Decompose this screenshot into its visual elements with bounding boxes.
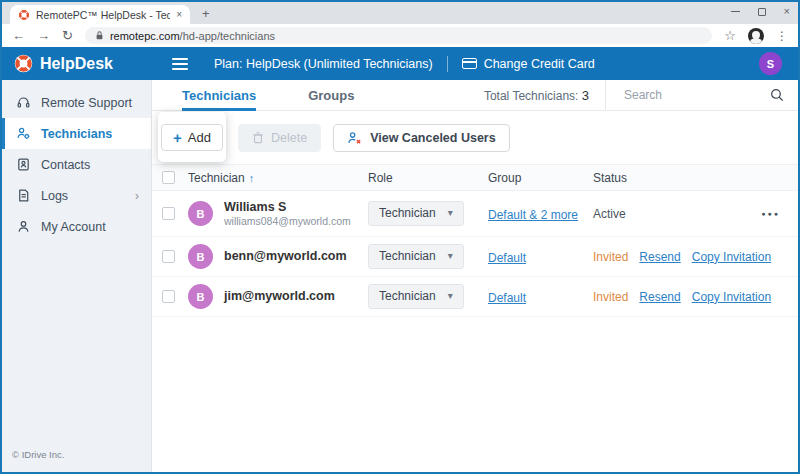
sidebar-item-label: Logs (41, 189, 68, 203)
canceled-user-icon (347, 131, 362, 145)
column-header-role: Role (368, 171, 488, 185)
column-header-group: Group (488, 171, 593, 185)
sidebar: Remote Support Technicians (2, 80, 152, 472)
document-icon (16, 188, 31, 203)
change-credit-card-button[interactable]: Change Credit Card (462, 57, 595, 71)
copyright-text: © IDrive Inc. (2, 439, 151, 472)
column-header-technician[interactable]: Technician↑ (188, 171, 368, 185)
window-controls: × (731, 6, 790, 17)
group-link[interactable]: Default (488, 251, 526, 265)
sidebar-item-my-account[interactable]: My Account (2, 211, 151, 242)
forward-icon[interactable]: → (37, 29, 50, 42)
technician-name: Williams S (224, 200, 351, 216)
sidebar-item-contacts[interactable]: Contacts (2, 149, 151, 180)
table-row: B benn@myworld.com Technician ▾ Default … (152, 237, 798, 277)
status-badge: Invited (593, 290, 628, 304)
tab-close-icon[interactable]: × (176, 10, 182, 20)
browser-window: RemotePC™ HelpDesk - Technicia × + × ← →… (0, 0, 800, 474)
total-technicians: Total Technicians: 3 (484, 88, 605, 103)
browser-profile-avatar[interactable] (748, 28, 764, 44)
delete-button[interactable]: Delete (238, 124, 321, 152)
table-row: B jim@myworld.com Technician ▾ Default I… (152, 277, 798, 317)
row-checkbox[interactable] (162, 290, 175, 303)
tab-technicians[interactable]: Technicians (182, 80, 256, 110)
copy-invitation-link[interactable]: Copy Invitation (692, 250, 771, 264)
table-header-row: Technician↑ Role Group Status (152, 164, 798, 191)
hamburger-menu-icon[interactable] (172, 58, 188, 70)
search-icon[interactable] (770, 88, 784, 102)
sidebar-item-logs[interactable]: Logs › (2, 180, 151, 211)
bookmark-star-icon[interactable]: ☆ (724, 29, 736, 42)
technician-name: jim@myworld.com (224, 289, 335, 305)
toolbar: + Add Delete (152, 111, 798, 164)
resend-link[interactable]: Resend (639, 250, 680, 264)
chevron-down-icon: ▾ (448, 291, 453, 301)
browser-tab[interactable]: RemotePC™ HelpDesk - Technicia × (10, 5, 190, 24)
row-checkbox[interactable] (162, 250, 175, 263)
technician-cell: B jim@myworld.com (188, 284, 368, 309)
sidebar-item-label: My Account (41, 220, 106, 234)
view-canceled-users-button[interactable]: View Canceled Users (333, 124, 510, 152)
role-dropdown[interactable]: Technician ▾ (368, 284, 464, 309)
new-tab-button[interactable]: + (202, 7, 210, 20)
technician-email: williams084@myworld.com (224, 215, 351, 227)
sidebar-item-remote-support[interactable]: Remote Support (2, 87, 151, 118)
tab-groups[interactable]: Groups (308, 80, 354, 110)
technicians-table: Technician↑ Role Group Status B Williams… (152, 164, 798, 317)
url-text: remotepc.com/hd-app/technicians (110, 30, 275, 42)
technician-cell: B Williams S williams084@myworld.com (188, 200, 368, 228)
logo-text: HelpDesk (40, 55, 113, 73)
header-divider (447, 56, 448, 72)
main-content: Technicians Groups Total Technicians: 3 (152, 80, 798, 472)
chevron-down-icon: ▾ (448, 251, 453, 261)
role-dropdown[interactable]: Technician ▾ (368, 244, 464, 269)
sidebar-item-label: Contacts (41, 158, 90, 172)
lock-icon (95, 30, 104, 41)
row-actions-menu-icon[interactable]: ●●● (771, 253, 800, 260)
browser-address-bar: ← → ↻ remotepc.com/hd-app/technicians ☆ … (2, 24, 798, 47)
technician-person-gear-icon (16, 126, 31, 141)
search-box (606, 87, 798, 103)
back-icon[interactable]: ← (12, 29, 25, 42)
avatar: B (188, 244, 213, 269)
tab-bar-right: Total Technicians: 3 (484, 80, 798, 110)
status-badge: Active (593, 207, 626, 221)
row-checkbox[interactable] (162, 207, 175, 220)
url-omnibox[interactable]: remotepc.com/hd-app/technicians (85, 27, 712, 44)
window-close-button[interactable]: × (784, 6, 790, 17)
browser-menu-icon[interactable]: ⋮ (776, 30, 788, 42)
technician-cell: B benn@myworld.com (188, 244, 368, 269)
status-badge: Invited (593, 250, 628, 264)
user-avatar[interactable]: S (759, 52, 782, 75)
headset-icon (16, 95, 31, 110)
address-bar-right: ☆ ⋮ (724, 28, 788, 44)
plan-text: Plan: HelpDesk (Unlimited Technicians) (214, 57, 433, 71)
app-header: HelpDesk Plan: HelpDesk (Unlimited Techn… (2, 47, 798, 80)
helpdesk-logo[interactable]: HelpDesk (2, 54, 152, 73)
total-technicians-count: 3 (582, 88, 589, 103)
avatar: B (188, 284, 213, 309)
group-link[interactable]: Default (488, 291, 526, 305)
credit-card-icon (462, 58, 477, 69)
refresh-icon[interactable]: ↻ (62, 29, 73, 42)
technician-name: benn@myworld.com (224, 249, 347, 265)
row-actions-menu-icon[interactable]: ●●● (734, 210, 780, 217)
search-input[interactable] (622, 87, 762, 103)
sidebar-item-label: Remote Support (41, 96, 132, 110)
select-all-checkbox[interactable] (162, 171, 175, 184)
add-button[interactable]: + Add (161, 124, 223, 151)
role-dropdown[interactable]: Technician ▾ (368, 201, 464, 226)
sidebar-item-technicians[interactable]: Technicians (2, 118, 151, 149)
person-icon (16, 219, 31, 234)
chevron-right-icon: › (135, 189, 139, 203)
column-header-status: Status (593, 171, 734, 185)
window-maximize-button[interactable] (758, 8, 766, 16)
group-link[interactable]: Default & 2 more (488, 208, 578, 222)
copy-invitation-link[interactable]: Copy Invitation (692, 290, 771, 304)
row-actions-menu-icon[interactable]: ●●● (771, 293, 800, 300)
add-button-spotlight: + Add (158, 112, 226, 162)
resend-link[interactable]: Resend (639, 290, 680, 304)
tab-title: RemotePC™ HelpDesk - Technicia (36, 9, 170, 21)
contact-card-icon (16, 157, 31, 172)
window-minimize-button[interactable] (731, 11, 740, 13)
